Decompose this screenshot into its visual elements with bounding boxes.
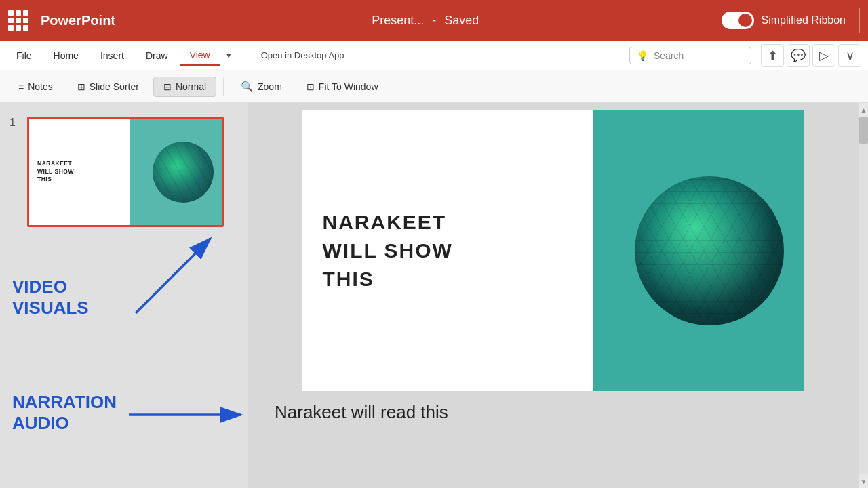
slide-main-text: NARAKEET WILL SHOW THIS <box>302 181 553 321</box>
open-desktop-button[interactable]: Open in Desktop App <box>252 46 354 64</box>
scroll-down-arrow[interactable]: ▼ <box>859 474 868 488</box>
share-icon[interactable]: ⬆ <box>761 44 784 67</box>
toggle-knob <box>738 14 752 27</box>
comment-icon[interactable]: 💬 <box>787 44 810 67</box>
normal-icon: ⊟ <box>163 81 172 92</box>
more-options-icon[interactable]: ∨ <box>838 44 861 67</box>
menu-dropdown[interactable]: ▾ <box>222 46 235 64</box>
narration-audio-label: NARRATION AUDIO <box>12 392 117 434</box>
thumb-circle <box>153 142 214 203</box>
slide-area: NARAKEET WILL SHOW THIS Narakeet will re… <box>248 103 859 488</box>
simplified-ribbon-toggle[interactable] <box>722 12 754 29</box>
slide-number: 1 <box>9 117 16 129</box>
menu-draw[interactable]: Draw <box>136 46 178 65</box>
search-area[interactable]: 💡 Search <box>629 47 751 64</box>
right-scrollbar[interactable]: ▲ ▼ <box>859 103 868 488</box>
present-icon[interactable]: ▷ <box>812 44 835 67</box>
menu-insert[interactable]: Insert <box>91 46 134 65</box>
slide-thumb-content: NARAKEET WILL SHOW THIS <box>29 119 222 225</box>
app-name: PowerPoint <box>41 13 115 28</box>
zoom-button[interactable]: 🔍 Zoom <box>231 76 292 98</box>
normal-button[interactable]: ⊟ Normal <box>153 77 216 97</box>
thumb-hex-overlay <box>153 142 214 203</box>
fit-to-window-icon: ⊡ <box>307 81 315 92</box>
simplified-ribbon-label: Simplified Ribbon <box>761 14 846 26</box>
menu-home[interactable]: Home <box>44 46 88 65</box>
narakeet-narration-text: Narakeet will read this <box>275 402 448 423</box>
menu-file[interactable]: File <box>7 46 41 65</box>
notes-icon: ≡ <box>18 81 24 92</box>
hex-grid <box>635 176 784 325</box>
svg-line-2 <box>136 239 210 313</box>
menu-view[interactable]: View <box>180 45 220 66</box>
zoom-icon: 🔍 <box>241 81 254 93</box>
annotation-area: 1 NARAKEET WILL SHOW THIS VIDEO VISUALS <box>0 103 248 488</box>
toolbar-icons: ⬆ 💬 ▷ ∨ <box>761 44 861 67</box>
slide-sorter-icon: ⊞ <box>77 81 85 92</box>
titlebar-divider <box>859 8 860 33</box>
main-slide[interactable]: NARAKEET WILL SHOW THIS <box>302 110 804 391</box>
saved-label: Saved <box>444 14 479 28</box>
scroll-thumb[interactable] <box>859 117 868 144</box>
simplified-ribbon-area: Simplified Ribbon <box>722 8 860 33</box>
fit-to-window-button[interactable]: ⊡ Fit To Window <box>296 77 389 97</box>
slide-sorter-button[interactable]: ⊞ Slide Sorter <box>67 77 149 97</box>
slide-thumbnail[interactable]: NARAKEET WILL SHOW THIS <box>27 117 224 227</box>
video-visuals-label: VIDEO VISUALS <box>12 277 89 319</box>
titlebar: PowerPoint Present... - Saved Simplified… <box>0 0 868 41</box>
lightbulb-icon: 💡 <box>637 50 648 61</box>
file-title: Present... <box>372 14 424 28</box>
notes-button[interactable]: ≡ Notes <box>8 77 63 97</box>
menubar: File Home Insert Draw View ▾ Open in Des… <box>0 41 868 70</box>
slide-main-circle <box>635 176 784 325</box>
title-center: Present... - Saved <box>136 14 715 28</box>
thumb-text: NARAKEET WILL SHOW THIS <box>29 152 125 192</box>
viewribbon: ≡ Notes ⊞ Slide Sorter ⊟ Normal 🔍 Zoom ⊡… <box>0 70 868 103</box>
search-placeholder: Search <box>654 50 684 61</box>
ribbon-separator-1 <box>223 77 224 96</box>
scroll-track[interactable] <box>859 117 868 474</box>
title-separator: - <box>432 14 436 28</box>
open-desktop-label: Open in Desktop App <box>261 50 344 60</box>
main-content: 1 NARAKEET WILL SHOW THIS VIDEO VISUALS <box>0 103 868 488</box>
app-grid-icon[interactable] <box>8 10 28 30</box>
scroll-up-arrow[interactable]: ▲ <box>859 103 868 117</box>
